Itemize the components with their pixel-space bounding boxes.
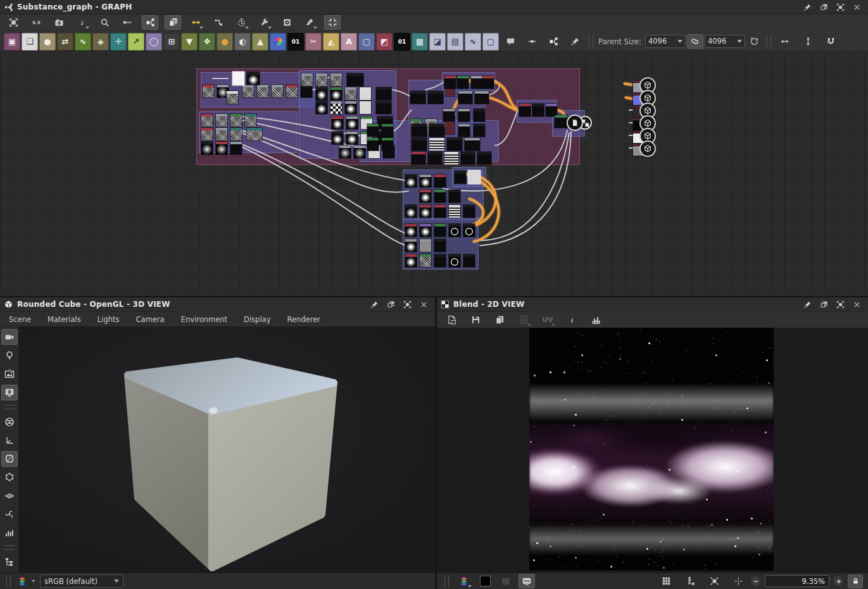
transform-2d-node-button[interactable]: ✛ bbox=[110, 33, 127, 51]
channels-button[interactable] bbox=[498, 574, 514, 588]
output-node[interactable] bbox=[633, 144, 652, 156]
graph-node[interactable] bbox=[434, 239, 446, 252]
clean-button[interactable] bbox=[301, 15, 318, 30]
graph-node[interactable] bbox=[360, 87, 371, 100]
shape-node-button[interactable]: ◯ bbox=[146, 33, 162, 51]
graph-node[interactable] bbox=[216, 128, 227, 140]
crop-node-button[interactable]: ✂ bbox=[305, 33, 322, 51]
graph-node[interactable] bbox=[405, 205, 417, 218]
view3d-panel-header[interactable]: Rounded Cube - OpenGL - 3D VIEW bbox=[0, 297, 435, 312]
graph-node[interactable] bbox=[555, 115, 567, 128]
pin-button[interactable] bbox=[802, 299, 812, 309]
dot-node-button[interactable]: ● bbox=[217, 33, 233, 51]
curve-node-node-button[interactable]: ∿ bbox=[465, 33, 481, 51]
graph-node[interactable] bbox=[434, 205, 446, 218]
comment-button[interactable] bbox=[502, 34, 519, 49]
graph-node[interactable] bbox=[428, 91, 443, 104]
graph-node[interactable] bbox=[469, 171, 480, 183]
thumb-mode-button[interactable] bbox=[279, 15, 295, 30]
graph-node[interactable] bbox=[233, 72, 244, 85]
cube-round-button[interactable] bbox=[1, 451, 18, 467]
fit-view-button[interactable] bbox=[706, 574, 722, 588]
wire-sphere-button[interactable] bbox=[1, 414, 18, 430]
wrench-button[interactable] bbox=[256, 15, 272, 30]
graph-node[interactable] bbox=[203, 85, 214, 97]
close-button[interactable] bbox=[418, 299, 429, 309]
graph-node[interactable] bbox=[420, 175, 431, 187]
zoom-out-button[interactable] bbox=[751, 576, 760, 586]
fx-map-node-button[interactable]: ▩ bbox=[412, 33, 428, 51]
graph-node[interactable] bbox=[429, 124, 444, 137]
conn-dots-button[interactable] bbox=[187, 15, 204, 30]
graph-node[interactable] bbox=[367, 138, 379, 151]
pan-actual-button[interactable] bbox=[730, 574, 746, 588]
graph-node[interactable] bbox=[458, 109, 470, 121]
align-h-button[interactable] bbox=[777, 34, 794, 49]
bitmap-node-button[interactable]: ▣ bbox=[4, 33, 20, 51]
graph-node[interactable] bbox=[316, 87, 327, 100]
view2d-viewport[interactable]: 4096 x 4096 (RGBA, 16bpc) bbox=[437, 328, 868, 573]
graph-node[interactable] bbox=[458, 91, 472, 104]
info-button[interactable]: i bbox=[73, 15, 90, 30]
graph-node[interactable] bbox=[330, 73, 342, 86]
menu-lights[interactable]: Lights bbox=[97, 315, 120, 324]
colorspace-select[interactable]: sRGB (default) bbox=[40, 574, 123, 588]
graph-node[interactable] bbox=[532, 104, 544, 116]
info-button[interactable]: i bbox=[563, 313, 580, 327]
svg-node-button[interactable]: ❏ bbox=[22, 33, 38, 51]
select-frame-button[interactable] bbox=[5, 15, 22, 30]
hsl-node-button[interactable] bbox=[270, 33, 286, 51]
graph-node[interactable] bbox=[216, 142, 227, 154]
swatch-button[interactable] bbox=[477, 574, 493, 588]
graph-node[interactable] bbox=[405, 175, 417, 187]
sharpen-node-button[interactable]: ◈ bbox=[92, 33, 109, 51]
node-preview-circle-page[interactable] bbox=[567, 115, 583, 131]
graph-node[interactable] bbox=[405, 224, 417, 237]
graph-node[interactable] bbox=[465, 138, 480, 151]
env-img-button[interactable] bbox=[1, 366, 18, 382]
menu-camera[interactable]: Camera bbox=[135, 315, 164, 324]
graph-node[interactable] bbox=[230, 142, 242, 154]
value-processor-node-button[interactable]: 01 bbox=[394, 33, 410, 51]
mirror-node-button[interactable]: ◭ bbox=[323, 33, 339, 51]
graph-node[interactable] bbox=[360, 101, 371, 114]
graph-node[interactable] bbox=[449, 190, 460, 202]
graph-node[interactable] bbox=[474, 109, 485, 121]
parent-size-link-button[interactable] bbox=[687, 34, 703, 49]
graph-node[interactable] bbox=[434, 190, 446, 202]
gradient-map-node-button[interactable]: ◪ bbox=[429, 33, 446, 51]
histogram-scan-node-button[interactable]: ▲ bbox=[252, 33, 268, 51]
graph-node[interactable] bbox=[346, 132, 358, 144]
uv-mode-button[interactable]: UV bbox=[539, 313, 556, 327]
axes-button[interactable] bbox=[1, 432, 18, 448]
graph-node[interactable] bbox=[519, 104, 531, 116]
graph-node[interactable] bbox=[449, 254, 460, 267]
graph-node[interactable] bbox=[316, 73, 327, 86]
tiling-button[interactable] bbox=[658, 574, 674, 588]
search-button[interactable] bbox=[96, 15, 113, 30]
one-one-button[interactable]: 1:1 bbox=[28, 15, 44, 30]
graph-node[interactable] bbox=[301, 85, 312, 97]
statusbar-grip[interactable] bbox=[444, 576, 449, 587]
uniform-color-node-button[interactable]: ▤ bbox=[447, 33, 463, 51]
zoom-lock-button[interactable] bbox=[848, 574, 863, 588]
pin-button[interactable] bbox=[567, 34, 583, 49]
parent-width-select[interactable]: 4096 bbox=[645, 35, 686, 48]
graph-node[interactable] bbox=[444, 152, 458, 164]
graph-node[interactable] bbox=[339, 146, 351, 158]
cube-mesh-button[interactable] bbox=[1, 469, 18, 485]
display-rgb-button[interactable] bbox=[519, 574, 535, 588]
monitor-gear-button[interactable] bbox=[1, 385, 18, 400]
histogram-button[interactable] bbox=[588, 313, 604, 327]
pin-button[interactable] bbox=[802, 2, 812, 12]
graph-node[interactable] bbox=[420, 205, 431, 218]
graph-node[interactable] bbox=[455, 171, 466, 183]
graph-node[interactable] bbox=[382, 138, 393, 151]
menu-scene[interactable]: Scene bbox=[9, 315, 31, 324]
restore-button[interactable] bbox=[386, 299, 396, 309]
graph-mode-button[interactable] bbox=[142, 15, 158, 30]
graph-node[interactable] bbox=[247, 72, 260, 85]
graph-node[interactable] bbox=[272, 85, 283, 97]
graph-node[interactable] bbox=[420, 254, 431, 267]
directional-warp-node-button[interactable]: ↗ bbox=[128, 33, 144, 51]
